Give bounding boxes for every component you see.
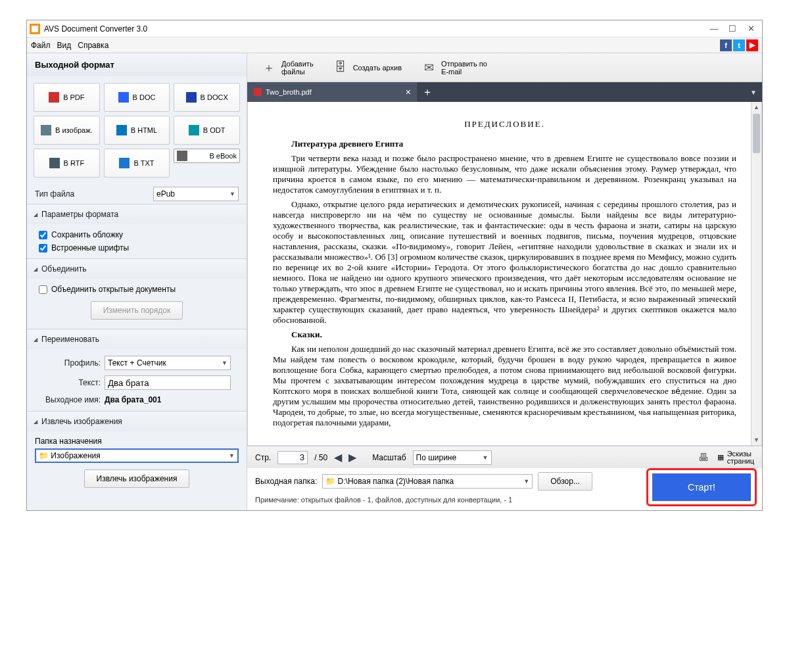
preview-scrollbar[interactable]: ▲ ▼ <box>751 102 761 445</box>
twitter-icon[interactable]: t <box>733 39 745 51</box>
close-button[interactable]: ✕ <box>742 22 759 36</box>
svg-rect-1 <box>32 26 38 32</box>
zoom-select[interactable]: По ширине▼ <box>413 450 492 465</box>
pdf-icon <box>254 88 262 96</box>
profile-label: Профиль: <box>43 358 101 368</box>
scroll-thumb[interactable] <box>753 114 760 153</box>
youtube-icon[interactable]: ▶ <box>746 39 758 51</box>
zoom-label: Масштаб <box>372 453 406 462</box>
text-input[interactable] <box>105 375 231 390</box>
add-tab-button[interactable]: ＋ <box>418 82 437 102</box>
embedded-fonts-checkbox[interactable]: Встроенные шрифты <box>35 241 239 254</box>
output-folder-select[interactable]: 📁 D:\Новая папка (2)\Новая папка▼ <box>322 474 533 489</box>
archive-icon: 🗄 <box>333 60 348 75</box>
top-toolbar: ＋ Добавить файлы 🗄 Создать архив ✉ Отпра… <box>247 53 762 82</box>
app-icon <box>30 24 40 34</box>
plus-icon: ＋ <box>262 60 276 75</box>
format-docx[interactable]: В DOCX <box>174 83 240 112</box>
thumbnails-button[interactable]: ▦ Эскизы страниц <box>717 450 754 465</box>
facebook-icon[interactable]: f <box>720 39 732 51</box>
output-folder-label: Выходная папка: <box>255 477 317 486</box>
output-format-title: Выходной формат <box>27 53 247 76</box>
add-files-button[interactable]: ＋ Добавить файлы <box>262 60 314 76</box>
window-title: AVS Document Converter 3.0 <box>44 24 705 34</box>
document-tabs: Two_broth.pdf × ＋ ▼ <box>247 82 762 102</box>
format-txt[interactable]: В TXT <box>104 149 170 178</box>
save-cover-checkbox[interactable]: Сохранить обложку <box>35 228 239 241</box>
file-type-select[interactable]: ePub▼ <box>153 187 239 201</box>
section-merge[interactable]: Объединить <box>27 259 247 279</box>
format-pdf[interactable]: В PDF <box>34 83 100 112</box>
main-area: ＋ Добавить файлы 🗄 Создать архив ✉ Отпра… <box>247 53 762 510</box>
mail-icon: ✉ <box>421 60 436 75</box>
pager-bar: Стр. / 50 ◀ ▶ Масштаб По ширине▼ 🖶 ▦ Эск… <box>247 446 762 468</box>
profile-select[interactable]: Текст + Счетчик▼ <box>105 356 231 370</box>
create-archive-button[interactable]: 🗄 Создать архив <box>333 60 402 75</box>
page-label: Стр. <box>255 453 271 462</box>
section-rename[interactable]: Переименовать <box>27 329 247 349</box>
start-highlight: Старт! <box>646 468 757 506</box>
doc-p3: Как ни неполон дошедший до нас сказочный… <box>273 344 736 428</box>
dest-folder-select[interactable]: 📁 Изображения▼ <box>35 448 239 463</box>
menu-help[interactable]: Справка <box>78 41 108 50</box>
prev-page-button[interactable]: ◀ <box>334 451 342 464</box>
file-type-label: Тип файла <box>35 189 149 199</box>
outname-label: Выходное имя: <box>43 395 101 404</box>
sidebar: Выходной формат В PDF В DOC В DOCX В изо… <box>27 53 247 510</box>
minimize-button[interactable]: — <box>705 22 723 36</box>
maximize-button[interactable]: ☐ <box>724 22 741 36</box>
dest-folder-label: Папка назначения <box>35 435 239 448</box>
tab-close-icon[interactable]: × <box>406 87 411 97</box>
format-html[interactable]: В HTML <box>104 116 170 145</box>
format-doc[interactable]: В DOC <box>104 83 170 112</box>
send-email-button[interactable]: ✉ Отправить по E-mail <box>421 60 487 76</box>
document-preview: ПРЕДИСЛОВИЕ. Литература древнего Египта … <box>247 102 762 446</box>
next-page-button[interactable]: ▶ <box>348 451 356 464</box>
format-odt[interactable]: В ODT <box>174 116 240 145</box>
start-button[interactable]: Старт! <box>652 473 751 501</box>
page-total: / 50 <box>314 453 327 462</box>
thumbnails-icon: ▦ <box>717 454 724 461</box>
doc-title: ПРЕДИСЛОВИЕ. <box>273 119 736 130</box>
tabs-menu-icon[interactable]: ▼ <box>750 89 757 96</box>
scroll-down-icon[interactable]: ▼ <box>752 435 761 445</box>
extract-images-button[interactable]: Извлечь изображения <box>84 469 190 488</box>
print-icon[interactable]: 🖶 <box>696 450 711 465</box>
page-input[interactable] <box>277 451 308 464</box>
menu-file[interactable]: Файл <box>31 41 51 50</box>
menubar: Файл Вид Справка f t ▶ <box>27 37 762 53</box>
section-format-params[interactable]: Параметры формата <box>27 204 247 224</box>
change-order-button[interactable]: Изменить порядок <box>91 301 183 320</box>
format-rtf[interactable]: В RTF <box>34 149 100 178</box>
merge-open-checkbox[interactable]: Объединить открытые документы <box>35 283 239 296</box>
doc-p2: Однако, открытие целого ряда иератически… <box>273 199 736 325</box>
section-extract-images[interactable]: Извлечь изображения <box>27 412 247 431</box>
text-label: Текст: <box>43 378 101 387</box>
menu-view[interactable]: Вид <box>57 41 72 50</box>
format-image[interactable]: В изображ. <box>34 116 100 145</box>
scroll-up-icon[interactable]: ▲ <box>752 102 761 112</box>
browse-button[interactable]: Обзор... <box>538 472 592 491</box>
titlebar: AVS Document Converter 3.0 — ☐ ✕ <box>27 20 762 37</box>
tab-document[interactable]: Two_broth.pdf × <box>247 82 418 102</box>
format-ebook[interactable]: В eBook <box>174 149 240 163</box>
doc-p1: Три четверти века назад и позже было рас… <box>273 153 736 195</box>
output-name-value: Два брата_001 <box>105 395 161 404</box>
